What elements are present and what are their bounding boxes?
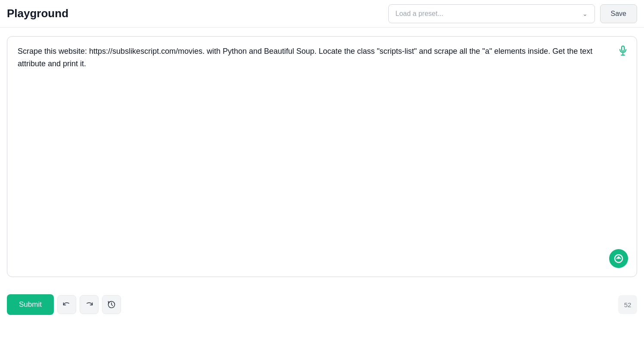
page-title: Playground xyxy=(7,7,68,20)
history-button[interactable] xyxy=(102,295,121,314)
undo-button[interactable] xyxy=(57,295,76,314)
mic-icon[interactable] xyxy=(618,45,628,58)
chevron-down-icon: ⌄ xyxy=(582,10,588,17)
char-count: 52 xyxy=(618,295,637,314)
preset-dropdown[interactable]: Load a preset... ⌄ xyxy=(388,4,595,23)
prompt-container: Scrape this website: https://subslikescr… xyxy=(7,36,637,277)
send-icon-button[interactable] xyxy=(609,249,628,268)
svg-rect-0 xyxy=(622,46,624,51)
redo-button[interactable] xyxy=(80,295,99,314)
redo-icon xyxy=(85,300,93,309)
footer-controls: Submit xyxy=(7,294,121,315)
main-content: Scrape this website: https://subslikescr… xyxy=(0,28,644,286)
save-button[interactable]: Save xyxy=(600,4,637,23)
header-controls: Load a preset... ⌄ Save xyxy=(388,4,637,23)
undo-icon xyxy=(62,300,71,309)
prompt-text[interactable]: Scrape this website: https://subslikescr… xyxy=(18,45,601,70)
history-icon xyxy=(107,300,116,309)
submit-button[interactable]: Submit xyxy=(7,294,54,315)
footer: Submit 52 xyxy=(0,289,644,320)
preset-placeholder: Load a preset... xyxy=(396,10,443,18)
app-header: Playground Load a preset... ⌄ Save xyxy=(0,0,644,28)
